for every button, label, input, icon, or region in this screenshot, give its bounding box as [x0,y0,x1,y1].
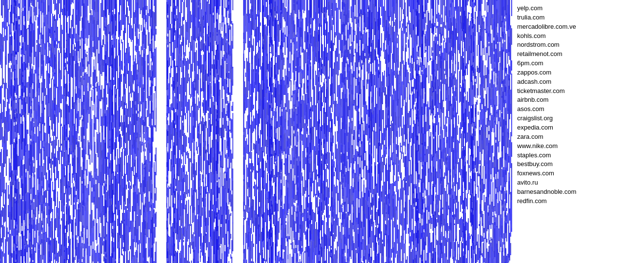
legend-item: zara.com [517,132,639,142]
legend-item: trulia.com [517,13,639,22]
legend-item: retailmenot.com [517,50,639,59]
heatmap-chart [0,0,512,263]
legend-item: ticketmaster.com [517,87,639,96]
legend-item: nordstrom.com [517,40,639,50]
legend-item: craigslist.org [517,114,639,123]
legend-item: foxnews.com [517,169,639,178]
legend-item: kohls.com [517,32,639,41]
legend-item: asos.com [517,105,639,114]
legend-item: zappos.com [517,68,639,77]
legend-item: staples.com [517,151,639,160]
legend-item: bestbuy.com [517,160,639,169]
legend-panel: yelp.comtrulia.commercadolibre.com.vekoh… [512,0,644,263]
legend-item: www.nike.com [517,142,639,151]
legend-item: yelp.com [517,4,639,13]
legend-item: redfin.com [517,197,639,206]
legend-item: adcash.com [517,77,639,87]
legend-item: mercadolibre.com.ve [517,22,639,32]
legend-item: airbnb.com [517,95,639,105]
legend-item: expedia.com [517,123,639,132]
legend-item: 6pm.com [517,59,639,68]
legend-item: avito.ru [517,178,639,188]
legend-item: barnesandnoble.com [517,188,639,197]
